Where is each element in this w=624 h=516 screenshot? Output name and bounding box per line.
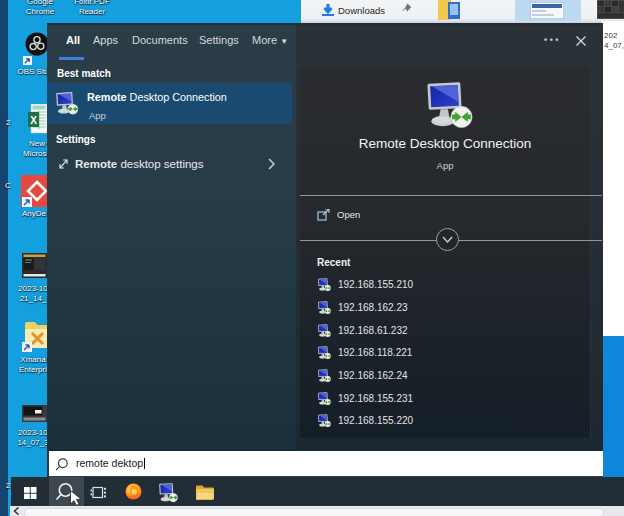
- svg-text:X: X: [30, 115, 37, 126]
